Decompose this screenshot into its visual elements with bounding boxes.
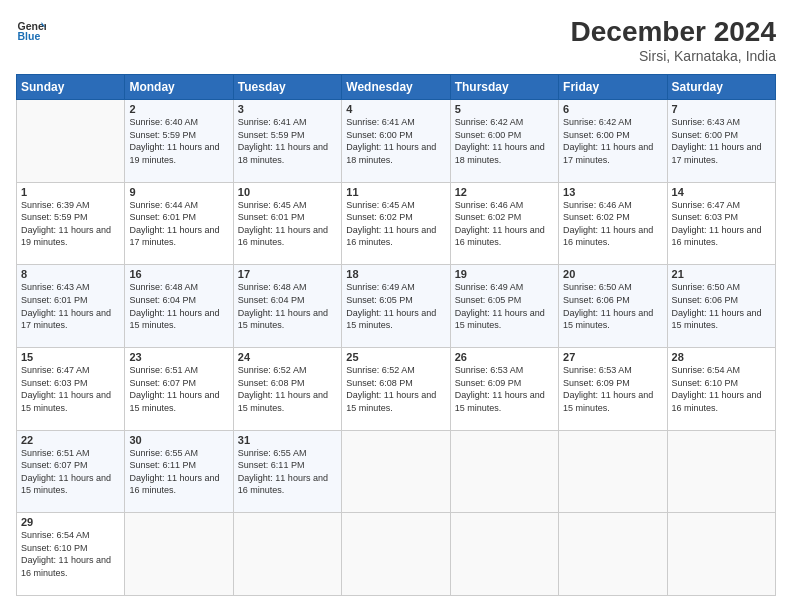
title-block: December 2024 Sirsi, Karnataka, India — [571, 16, 776, 64]
day-info: Sunrise: 6:50 AMSunset: 6:06 PMDaylight:… — [672, 281, 771, 331]
table-row: 1Sunrise: 6:39 AMSunset: 5:59 PMDaylight… — [17, 182, 776, 265]
day-number: 22 — [21, 434, 120, 446]
logo: General Blue — [16, 16, 46, 46]
day-info: Sunrise: 6:52 AMSunset: 6:08 PMDaylight:… — [346, 364, 445, 414]
day-info: Sunrise: 6:42 AMSunset: 6:00 PMDaylight:… — [563, 116, 662, 166]
day-info: Sunrise: 6:53 AMSunset: 6:09 PMDaylight:… — [455, 364, 554, 414]
table-cell — [233, 513, 341, 596]
day-number: 9 — [129, 186, 228, 198]
day-number: 12 — [455, 186, 554, 198]
day-number: 26 — [455, 351, 554, 363]
day-number: 23 — [129, 351, 228, 363]
table-cell: 3Sunrise: 6:41 AMSunset: 5:59 PMDaylight… — [233, 100, 341, 183]
day-info: Sunrise: 6:52 AMSunset: 6:08 PMDaylight:… — [238, 364, 337, 414]
day-info: Sunrise: 6:41 AMSunset: 6:00 PMDaylight:… — [346, 116, 445, 166]
day-number: 25 — [346, 351, 445, 363]
table-cell: 13Sunrise: 6:46 AMSunset: 6:02 PMDayligh… — [559, 182, 667, 265]
day-info: Sunrise: 6:54 AMSunset: 6:10 PMDaylight:… — [21, 529, 120, 579]
table-cell: 21Sunrise: 6:50 AMSunset: 6:06 PMDayligh… — [667, 265, 775, 348]
table-cell — [559, 430, 667, 513]
day-info: Sunrise: 6:46 AMSunset: 6:02 PMDaylight:… — [455, 199, 554, 249]
table-cell: 18Sunrise: 6:49 AMSunset: 6:05 PMDayligh… — [342, 265, 450, 348]
day-info: Sunrise: 6:42 AMSunset: 6:00 PMDaylight:… — [455, 116, 554, 166]
table-cell — [125, 513, 233, 596]
table-cell: 31Sunrise: 6:55 AMSunset: 6:11 PMDayligh… — [233, 430, 341, 513]
day-number: 29 — [21, 516, 120, 528]
day-number: 11 — [346, 186, 445, 198]
table-cell: 24Sunrise: 6:52 AMSunset: 6:08 PMDayligh… — [233, 347, 341, 430]
table-cell: 16Sunrise: 6:48 AMSunset: 6:04 PMDayligh… — [125, 265, 233, 348]
table-cell: 20Sunrise: 6:50 AMSunset: 6:06 PMDayligh… — [559, 265, 667, 348]
table-cell — [17, 100, 125, 183]
col-tuesday: Tuesday — [233, 75, 341, 100]
day-number: 4 — [346, 103, 445, 115]
table-cell: 7Sunrise: 6:43 AMSunset: 6:00 PMDaylight… — [667, 100, 775, 183]
col-saturday: Saturday — [667, 75, 775, 100]
table-cell — [559, 513, 667, 596]
day-number: 20 — [563, 268, 662, 280]
day-info: Sunrise: 6:51 AMSunset: 6:07 PMDaylight:… — [21, 447, 120, 497]
day-info: Sunrise: 6:45 AMSunset: 6:02 PMDaylight:… — [346, 199, 445, 249]
day-info: Sunrise: 6:48 AMSunset: 6:04 PMDaylight:… — [129, 281, 228, 331]
day-number: 7 — [672, 103, 771, 115]
day-number: 27 — [563, 351, 662, 363]
table-cell: 9Sunrise: 6:44 AMSunset: 6:01 PMDaylight… — [125, 182, 233, 265]
col-friday: Friday — [559, 75, 667, 100]
day-number: 1 — [21, 186, 120, 198]
day-info: Sunrise: 6:47 AMSunset: 6:03 PMDaylight:… — [672, 199, 771, 249]
day-number: 31 — [238, 434, 337, 446]
day-info: Sunrise: 6:53 AMSunset: 6:09 PMDaylight:… — [563, 364, 662, 414]
day-info: Sunrise: 6:40 AMSunset: 5:59 PMDaylight:… — [129, 116, 228, 166]
table-cell: 11Sunrise: 6:45 AMSunset: 6:02 PMDayligh… — [342, 182, 450, 265]
col-sunday: Sunday — [17, 75, 125, 100]
table-cell: 25Sunrise: 6:52 AMSunset: 6:08 PMDayligh… — [342, 347, 450, 430]
table-cell: 27Sunrise: 6:53 AMSunset: 6:09 PMDayligh… — [559, 347, 667, 430]
table-cell: 1Sunrise: 6:39 AMSunset: 5:59 PMDaylight… — [17, 182, 125, 265]
day-number: 2 — [129, 103, 228, 115]
header: General Blue December 2024 Sirsi, Karnat… — [16, 16, 776, 64]
table-row: 8Sunrise: 6:43 AMSunset: 6:01 PMDaylight… — [17, 265, 776, 348]
page: General Blue December 2024 Sirsi, Karnat… — [0, 0, 792, 612]
day-info: Sunrise: 6:43 AMSunset: 6:01 PMDaylight:… — [21, 281, 120, 331]
day-info: Sunrise: 6:41 AMSunset: 5:59 PMDaylight:… — [238, 116, 337, 166]
day-info: Sunrise: 6:49 AMSunset: 6:05 PMDaylight:… — [455, 281, 554, 331]
day-info: Sunrise: 6:51 AMSunset: 6:07 PMDaylight:… — [129, 364, 228, 414]
table-cell: 8Sunrise: 6:43 AMSunset: 6:01 PMDaylight… — [17, 265, 125, 348]
day-info: Sunrise: 6:55 AMSunset: 6:11 PMDaylight:… — [129, 447, 228, 497]
table-cell: 17Sunrise: 6:48 AMSunset: 6:04 PMDayligh… — [233, 265, 341, 348]
table-cell: 4Sunrise: 6:41 AMSunset: 6:00 PMDaylight… — [342, 100, 450, 183]
day-number: 8 — [21, 268, 120, 280]
table-cell: 22Sunrise: 6:51 AMSunset: 6:07 PMDayligh… — [17, 430, 125, 513]
table-cell: 15Sunrise: 6:47 AMSunset: 6:03 PMDayligh… — [17, 347, 125, 430]
table-cell — [342, 513, 450, 596]
day-info: Sunrise: 6:55 AMSunset: 6:11 PMDaylight:… — [238, 447, 337, 497]
table-row: 22Sunrise: 6:51 AMSunset: 6:07 PMDayligh… — [17, 430, 776, 513]
day-info: Sunrise: 6:54 AMSunset: 6:10 PMDaylight:… — [672, 364, 771, 414]
day-number: 5 — [455, 103, 554, 115]
table-cell: 12Sunrise: 6:46 AMSunset: 6:02 PMDayligh… — [450, 182, 558, 265]
day-info: Sunrise: 6:49 AMSunset: 6:05 PMDaylight:… — [346, 281, 445, 331]
day-number: 10 — [238, 186, 337, 198]
day-number: 28 — [672, 351, 771, 363]
table-cell: 29Sunrise: 6:54 AMSunset: 6:10 PMDayligh… — [17, 513, 125, 596]
day-number: 16 — [129, 268, 228, 280]
table-cell — [450, 430, 558, 513]
table-cell — [667, 513, 775, 596]
day-info: Sunrise: 6:44 AMSunset: 6:01 PMDaylight:… — [129, 199, 228, 249]
day-number: 30 — [129, 434, 228, 446]
svg-text:Blue: Blue — [18, 30, 41, 42]
day-info: Sunrise: 6:46 AMSunset: 6:02 PMDaylight:… — [563, 199, 662, 249]
day-number: 18 — [346, 268, 445, 280]
calendar-table: Sunday Monday Tuesday Wednesday Thursday… — [16, 74, 776, 596]
table-cell — [667, 430, 775, 513]
table-cell: 2Sunrise: 6:40 AMSunset: 5:59 PMDaylight… — [125, 100, 233, 183]
table-row: 2Sunrise: 6:40 AMSunset: 5:59 PMDaylight… — [17, 100, 776, 183]
table-cell: 26Sunrise: 6:53 AMSunset: 6:09 PMDayligh… — [450, 347, 558, 430]
col-wednesday: Wednesday — [342, 75, 450, 100]
table-cell: 5Sunrise: 6:42 AMSunset: 6:00 PMDaylight… — [450, 100, 558, 183]
col-monday: Monday — [125, 75, 233, 100]
day-number: 15 — [21, 351, 120, 363]
col-thursday: Thursday — [450, 75, 558, 100]
day-number: 19 — [455, 268, 554, 280]
table-cell — [342, 430, 450, 513]
